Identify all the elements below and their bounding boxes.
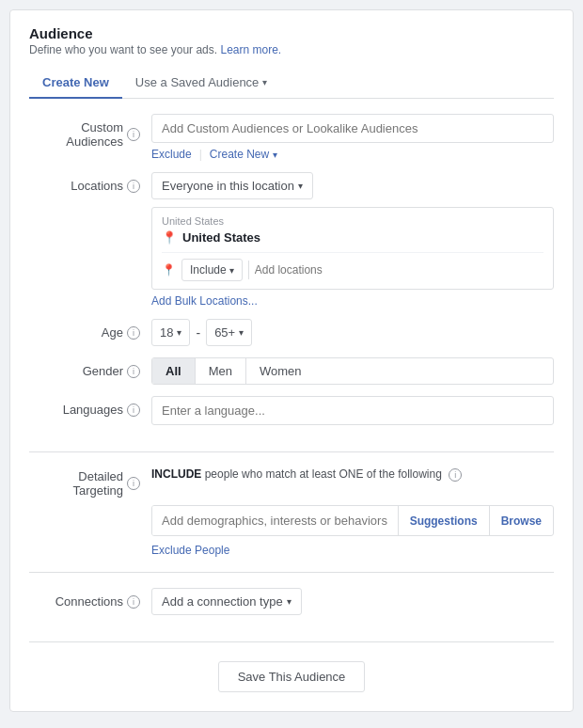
- detailed-targeting-section: Detailed Targeting i INCLUDE people who …: [29, 467, 554, 573]
- languages-control: [151, 396, 554, 425]
- exclude-people-link[interactable]: Exclude People: [151, 544, 229, 557]
- add-bulk-locations-link[interactable]: Add Bulk Locations...: [151, 294, 258, 308]
- panel-title: Audience: [29, 25, 554, 41]
- separator-line: [248, 261, 249, 279]
- gender-row: Gender i All Men Women: [29, 357, 554, 385]
- detailed-targeting-input-row: Suggestions Browse: [151, 505, 554, 536]
- custom-audiences-control: Exclude | Create New ▾: [151, 114, 554, 161]
- age-control: 18 ▾ - 65+ ▾: [151, 319, 554, 346]
- age-row-inputs: 18 ▾ - 65+ ▾: [151, 319, 554, 346]
- everyone-in-location-dropdown[interactable]: Everyone in this location ▾: [151, 172, 313, 199]
- exclude-link[interactable]: Exclude: [151, 148, 192, 161]
- locations-label: Locations i: [29, 172, 151, 193]
- detailed-targeting-header: Detailed Targeting i INCLUDE people who …: [29, 467, 554, 498]
- main-form-section: Custom Audiences i Exclude | Create New …: [29, 114, 554, 452]
- tab-use-saved[interactable]: Use a Saved Audience ▾: [122, 68, 281, 99]
- connections-section: Connections i Add a connection type ▾: [29, 588, 554, 642]
- age-row: Age i 18 ▾ - 65+ ▾: [29, 319, 554, 346]
- custom-audiences-links: Exclude | Create New ▾: [151, 148, 554, 161]
- detailed-match-info-icon[interactable]: i: [449, 468, 462, 482]
- location-item: 📍 United States: [162, 230, 544, 245]
- gender-women-button[interactable]: Women: [246, 358, 315, 384]
- languages-row: Languages i: [29, 396, 554, 425]
- locations-info-icon[interactable]: i: [127, 180, 140, 193]
- detailed-targeting-info-icon[interactable]: i: [127, 477, 140, 490]
- connections-info-icon[interactable]: i: [127, 595, 140, 609]
- gender-all-button[interactable]: All: [152, 358, 196, 384]
- languages-label: Languages i: [29, 396, 151, 417]
- connections-control: Add a connection type ▾: [151, 588, 554, 615]
- gender-label: Gender i: [29, 357, 151, 378]
- pin-icon: 📍: [162, 230, 177, 245]
- panel-subtitle: Define who you want to see your ads. Lea…: [29, 43, 554, 56]
- custom-audiences-label: Custom Audiences i: [29, 114, 151, 149]
- create-new-custom-link[interactable]: Create New ▾: [210, 148, 277, 161]
- age-to-chevron-icon: ▾: [239, 327, 244, 338]
- save-row: Save This Audience: [29, 657, 554, 692]
- create-new-chevron-icon: ▾: [273, 150, 277, 160]
- location-box: United States 📍 United States 📍 Include …: [151, 207, 554, 290]
- locations-row: Locations i Everyone in this location ▾ …: [29, 172, 554, 308]
- save-audience-button[interactable]: Save This Audience: [218, 661, 366, 692]
- location-search-label: United States: [162, 215, 544, 227]
- tab-create-new[interactable]: Create New: [29, 68, 122, 99]
- gender-button-group: All Men Women: [151, 357, 554, 385]
- age-from-chevron-icon: ▾: [177, 327, 181, 338]
- include-chevron-icon: ▾: [229, 265, 234, 276]
- connections-row: Connections i Add a connection type ▾: [29, 588, 554, 615]
- include-dropdown[interactable]: Include ▾: [181, 259, 243, 281]
- gender-info-icon[interactable]: i: [127, 365, 140, 378]
- detailed-targeting-label: Detailed Targeting i: [29, 467, 151, 498]
- add-locations-input[interactable]: [255, 263, 544, 277]
- age-to-dropdown[interactable]: 65+ ▾: [206, 319, 252, 346]
- age-dash: -: [196, 325, 200, 340]
- gender-control: All Men Women: [151, 357, 554, 385]
- connections-chevron-icon: ▾: [287, 596, 292, 607]
- location-include-row: 📍 Include ▾: [162, 252, 544, 281]
- age-from-dropdown[interactable]: 18 ▾: [151, 319, 190, 346]
- languages-input[interactable]: [151, 396, 554, 425]
- saved-tab-chevron-icon: ▾: [262, 77, 267, 87]
- custom-audiences-info-icon[interactable]: i: [127, 128, 140, 141]
- custom-audiences-row: Custom Audiences i Exclude | Create New …: [29, 114, 554, 161]
- browse-button[interactable]: Browse: [489, 506, 553, 535]
- learn-more-link[interactable]: Learn more.: [220, 43, 281, 56]
- custom-audiences-input[interactable]: [151, 114, 554, 143]
- tabs-bar: Create New Use a Saved Audience ▾: [29, 68, 554, 99]
- age-info-icon[interactable]: i: [127, 326, 140, 340]
- suggestions-button[interactable]: Suggestions: [398, 506, 489, 535]
- detailed-targeting-description: INCLUDE people who match at least ONE of…: [151, 467, 554, 482]
- connections-label: Connections i: [29, 588, 151, 609]
- pin-small-icon: 📍: [162, 263, 176, 277]
- location-dropdown-chevron-icon: ▾: [298, 181, 303, 191]
- connections-dropdown[interactable]: Add a connection type ▾: [151, 588, 302, 615]
- locations-control: Everyone in this location ▾ United State…: [151, 172, 554, 308]
- age-label: Age i: [29, 319, 151, 340]
- languages-info-icon[interactable]: i: [127, 404, 140, 417]
- detailed-targeting-input[interactable]: [152, 506, 398, 535]
- gender-men-button[interactable]: Men: [196, 358, 246, 384]
- audience-panel: Audience Define who you want to see your…: [9, 9, 574, 712]
